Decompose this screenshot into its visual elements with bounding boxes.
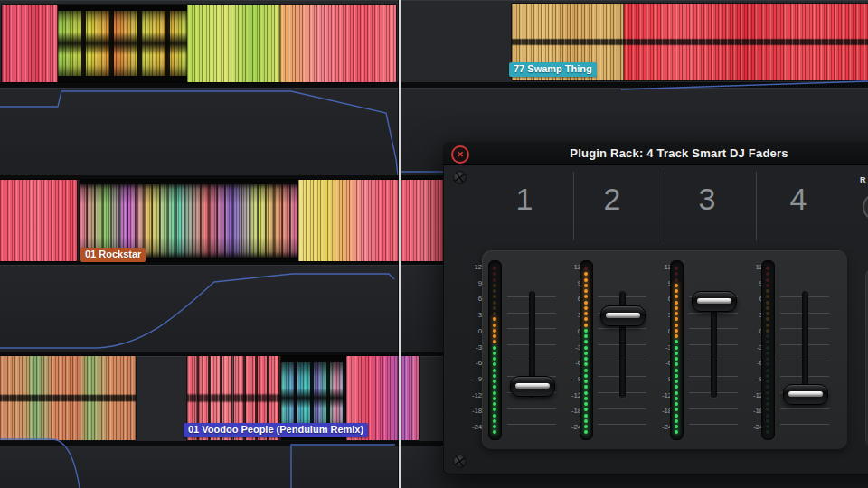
led [493,374,496,378]
audio-clip[interactable] [0,356,136,440]
led [675,329,678,333]
led [675,380,678,383]
led [584,430,588,434]
led-meter [761,260,775,440]
channel-divider [665,172,665,240]
fader-board: 1129630-3-6-9-12-18-242129630-3-6-9-12-1… [443,142,868,474]
channel-number: 2 [604,183,621,214]
db-scale-label: -6 [643,359,672,368]
led [766,306,769,310]
led [584,385,588,389]
audio-clip[interactable] [2,5,58,82]
led [766,317,769,321]
led [675,284,678,287]
fader-slot [788,391,823,397]
led [493,306,496,310]
audio-clip[interactable] [298,180,399,261]
playhead[interactable] [399,0,401,488]
channel-number: 4 [790,183,807,214]
led [766,278,769,282]
audio-clip[interactable] [58,5,187,82]
led [675,334,678,338]
led [493,369,496,372]
audio-clip[interactable] [187,5,280,82]
fader-tick [780,424,829,425]
db-scale-label: -24 [734,423,763,432]
led [766,324,769,327]
led [766,391,769,395]
led [675,430,678,434]
led [584,357,588,361]
db-scale-label: -18 [453,407,482,416]
db-scale-label: 6 [734,295,763,304]
db-scale-label: 6 [552,295,581,304]
led [766,301,769,305]
led [675,289,678,293]
clip-label: 77 Swamp Thing [509,62,597,77]
db-scale-label: -3 [734,343,763,352]
plugin-rack-window: Plugin Rack: 4 Track Smart DJ Faders ✕ R… [443,142,868,474]
audio-clip[interactable] [0,180,77,261]
led [675,295,678,298]
fader-handle-1[interactable] [510,376,555,397]
led [493,340,496,343]
led [493,312,496,315]
led [493,425,496,428]
channel-number: 3 [699,183,716,214]
led [766,369,769,372]
db-scale-label: -3 [453,343,482,352]
db-scale-label: 0 [643,327,672,336]
led [584,402,588,406]
db-scale-label: 3 [453,311,482,320]
led [493,272,496,276]
fader-handle-3[interactable] [692,291,737,312]
led [584,362,588,366]
audio-clip[interactable] [401,180,447,261]
audio-clip[interactable] [280,5,396,82]
led [766,267,769,270]
led [584,391,588,395]
led [584,419,588,423]
db-scale-label: -6 [453,359,482,368]
led [675,272,678,276]
db-scale-label: -9 [734,375,763,384]
db-scale-label: 12 [643,263,672,272]
led [675,267,678,270]
channel-divider [756,172,757,240]
fader-track-4[interactable] [802,291,808,398]
led [675,414,678,418]
led [766,295,769,298]
led [766,312,769,315]
led [493,334,496,338]
led [766,397,769,400]
led [584,278,588,282]
db-scale-label: 9 [453,279,482,288]
db-scale-label: -12 [734,391,763,400]
fader-handle-4[interactable] [783,384,828,405]
led [493,380,496,383]
led [675,301,678,305]
led [675,340,678,343]
db-scale-label: -9 [552,375,581,384]
led-meter [580,260,593,440]
db-scale-label: 12 [552,263,581,272]
led [766,430,769,434]
audio-clip[interactable] [624,4,868,80]
led [675,408,678,411]
fader-slot [606,313,640,318]
fader-handle-2[interactable] [600,305,646,326]
led [493,419,496,423]
led [584,295,588,298]
led [675,324,678,327]
led [766,402,769,406]
led [584,374,588,378]
led [675,374,678,378]
led [766,362,769,366]
led [675,317,678,321]
waveform-shading [58,5,187,82]
db-scale-label: -12 [643,391,672,400]
led [766,425,769,428]
led-meter [488,260,502,440]
led [584,369,588,372]
led [493,301,496,305]
